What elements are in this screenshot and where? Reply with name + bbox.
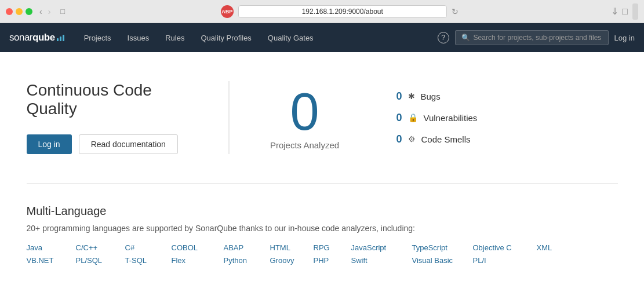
hero-center: 0 Projects Analyzed	[230, 86, 380, 150]
vuln-label: Vulnerabilities	[424, 113, 478, 123]
lang-groovy[interactable]: Groovy	[270, 256, 314, 265]
minimize-traffic-light[interactable]	[16, 8, 23, 15]
lang-col-8: TypeScript Visual Basic	[412, 243, 473, 265]
nav-item-quality-gates[interactable]: Quality Gates	[260, 23, 322, 52]
browser-chrome: ‹ › □ ABP 192.168.1.209:9000/about ↻ ⇓ □	[0, 0, 644, 23]
login-link[interactable]: Log in	[614, 34, 635, 42]
stat-row-bugs: 0 ✱ Bugs	[392, 90, 618, 103]
lang-col-3: COBOL Flex	[172, 243, 224, 265]
maximize-traffic-light[interactable]	[26, 8, 32, 15]
read-docs-button[interactable]: Read documentation	[79, 134, 178, 154]
lang-cpp[interactable]: C/C++	[76, 243, 125, 252]
refresh-button[interactable]: ↻	[452, 7, 459, 16]
lang-javascript[interactable]: JavaScript	[351, 243, 412, 252]
lang-abap[interactable]: ABAP	[224, 243, 270, 252]
brand-waves-icon	[57, 35, 64, 41]
projects-label: Projects Analyzed	[253, 140, 357, 150]
lang-objective-c[interactable]: Objective C	[473, 243, 537, 252]
bugs-count: 0	[392, 90, 402, 103]
lang-swift[interactable]: Swift	[351, 256, 412, 265]
vulnerability-icon: 🔒	[408, 113, 418, 122]
lang-visual-basic[interactable]: Visual Basic	[412, 256, 473, 265]
close-traffic-light[interactable]	[6, 8, 13, 15]
back-button[interactable]: ‹	[37, 6, 45, 17]
lang-xml[interactable]: XML	[537, 243, 572, 252]
languages-grid: Java VB.NET C/C++ PL/SQL C# T-SQL COBOL …	[27, 243, 618, 265]
lang-vbnet[interactable]: VB.NET	[27, 256, 76, 265]
main-content: Continuous Code Quality Log in Read docu…	[3, 52, 641, 288]
search-box[interactable]: 🔍 Search for projects, sub-projects and …	[455, 30, 609, 45]
stat-row-vulnerabilities: 0 🔒 Vulnerabilities	[392, 112, 618, 124]
section-divider	[27, 183, 618, 184]
bugs-label: Bugs	[421, 92, 441, 101]
search-icon: 🔍	[461, 34, 470, 42]
hero-buttons: Log in Read documentation	[27, 134, 205, 154]
hero-stats: 0 ✱ Bugs 0 🔒 Vulnerabilities 0 ⚙ Code Sm…	[380, 90, 618, 145]
nav-item-projects[interactable]: Projects	[76, 23, 119, 52]
projects-count: 0	[253, 86, 357, 138]
bug-icon: ✱	[408, 92, 415, 101]
download-button[interactable]: ⇓	[611, 6, 618, 17]
lang-plsql[interactable]: PL/SQL	[76, 256, 125, 265]
search-placeholder: Search for projects, sub-projects and fi…	[474, 34, 602, 42]
help-icon[interactable]: ?	[438, 32, 449, 43]
brand-qube: qube	[32, 32, 55, 43]
address-bar[interactable]: 192.168.1.209:9000/about	[238, 5, 447, 18]
languages-section: Multi-Language 20+ programming languages…	[27, 205, 618, 265]
lang-col-9: Objective C PL/I	[473, 243, 537, 265]
nav-item-issues[interactable]: Issues	[119, 23, 158, 52]
lang-python[interactable]: Python	[224, 256, 270, 265]
lang-col-6: RPG PHP	[314, 243, 351, 265]
app-navbar: sonar qube Projects Issues Rules Quality…	[0, 23, 644, 52]
lang-col-5: HTML Groovy	[270, 243, 314, 265]
browser-right-controls: ⇓ □	[611, 6, 628, 17]
address-bar-container: ABP 192.168.1.209:9000/about ↻	[72, 5, 606, 18]
hero-section: Continuous Code Quality Log in Read docu…	[27, 81, 618, 154]
nav-item-quality-profiles[interactable]: Quality Profiles	[192, 23, 259, 52]
lang-tsql[interactable]: T-SQL	[125, 256, 172, 265]
nav-item-rules[interactable]: Rules	[157, 23, 192, 52]
lang-col-4: ABAP Python	[224, 243, 270, 265]
abp-badge: ABP	[221, 5, 234, 18]
navbar-nav: Projects Issues Rules Quality Profiles Q…	[76, 23, 438, 52]
code-smell-icon: ⚙	[408, 134, 416, 144]
new-tab-button[interactable]: □	[622, 6, 628, 17]
lang-php[interactable]: PHP	[314, 256, 351, 265]
lang-col-1: C/C++ PL/SQL	[76, 243, 125, 265]
lang-col-7: JavaScript Swift	[351, 243, 412, 265]
lang-typescript[interactable]: TypeScript	[412, 243, 473, 252]
traffic-lights	[6, 8, 32, 15]
forward-button[interactable]: ›	[46, 6, 53, 17]
lang-java[interactable]: Java	[27, 243, 76, 252]
lang-cobol[interactable]: COBOL	[172, 243, 224, 252]
nav-buttons: ‹ ›	[37, 6, 53, 17]
lang-col-10: XML	[537, 243, 572, 265]
lang-col-0: Java VB.NET	[27, 243, 76, 265]
smells-count: 0	[392, 133, 402, 145]
window-toggle-button[interactable]: □	[57, 6, 68, 17]
brand: sonar qube	[9, 32, 64, 43]
smells-label: Code Smells	[421, 134, 471, 144]
lang-html[interactable]: HTML	[270, 243, 314, 252]
hero-title: Continuous Code Quality	[27, 81, 205, 118]
navbar-right: ? 🔍 Search for projects, sub-projects an…	[438, 30, 635, 45]
lang-col-2: C# T-SQL	[125, 243, 172, 265]
brand-sonar: sonar	[9, 32, 32, 43]
hero-left: Continuous Code Quality Log in Read docu…	[27, 81, 230, 154]
stat-row-code-smells: 0 ⚙ Code Smells	[392, 133, 618, 145]
languages-title: Multi-Language	[27, 205, 618, 218]
vuln-count: 0	[392, 112, 402, 124]
lang-rpg[interactable]: RPG	[314, 243, 351, 252]
lang-flex[interactable]: Flex	[172, 256, 224, 265]
window-controls: □	[57, 6, 68, 17]
lang-csharp[interactable]: C#	[125, 243, 172, 252]
languages-description: 20+ programming languages are supported …	[27, 224, 618, 233]
lang-pli[interactable]: PL/I	[473, 256, 537, 265]
login-button[interactable]: Log in	[27, 134, 72, 154]
scrollbar-stub	[632, 3, 638, 20]
